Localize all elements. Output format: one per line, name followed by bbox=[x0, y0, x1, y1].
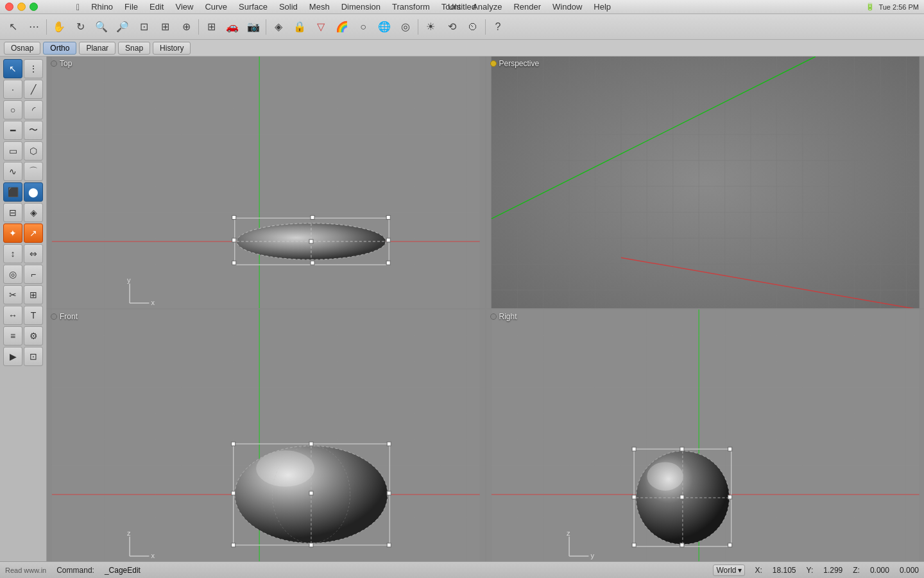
close-button[interactable] bbox=[5, 3, 13, 11]
viewport-front[interactable]: x z Front bbox=[47, 310, 485, 561]
fillet-btn[interactable]: ⌐ bbox=[24, 265, 43, 284]
subd-btn[interactable]: ◈ bbox=[24, 203, 43, 222]
color-wheel[interactable]: 🌈 bbox=[332, 17, 352, 37]
solid-box-btn[interactable]: ⬛ bbox=[3, 182, 22, 202]
help-icon[interactable]: ? bbox=[488, 17, 508, 37]
svg-rect-39 bbox=[232, 238, 236, 242]
viewport-perspective[interactable]: Z Y X Perspective bbox=[486, 57, 925, 308]
point-btn[interactable]: · bbox=[3, 80, 22, 99]
gumball-btn[interactable]: ✦ bbox=[3, 223, 22, 243]
read-text: Read www.in bbox=[5, 566, 46, 574]
select-tool[interactable]: ↖ bbox=[3, 17, 23, 37]
polyline-btn[interactable]: ╱ bbox=[24, 80, 43, 99]
scale-btn[interactable]: ⇔ bbox=[24, 244, 43, 263]
viewport-perspective-label: Perspective bbox=[490, 59, 540, 68]
rectangle-btn[interactable]: ▭ bbox=[3, 141, 22, 161]
freeform-btn[interactable]: 〜 bbox=[24, 121, 43, 140]
svg-rect-38 bbox=[386, 261, 390, 265]
dotted-select[interactable]: ⋯ bbox=[24, 17, 44, 37]
svg-rect-41 bbox=[309, 240, 313, 243]
text-btn[interactable]: T bbox=[24, 306, 43, 325]
menu-view[interactable]: View bbox=[170, 1, 198, 13]
render-mode[interactable]: ◈ bbox=[268, 17, 289, 37]
svg-rect-172 bbox=[387, 491, 391, 495]
snap-button[interactable]: Snap bbox=[118, 42, 150, 55]
snap-tools-btn[interactable]: ⊡ bbox=[24, 347, 43, 366]
world-label: World bbox=[716, 566, 736, 575]
world-selector[interactable]: World ▾ bbox=[713, 565, 744, 576]
zoom-selected[interactable]: ⊕ bbox=[176, 17, 196, 37]
select-objects-btn[interactable]: ↖ bbox=[3, 59, 22, 78]
svg-rect-34 bbox=[311, 216, 314, 220]
transform2-btn[interactable]: ↗ bbox=[24, 223, 43, 243]
polygon-btn[interactable]: ⬡ bbox=[24, 141, 43, 161]
blend-btn[interactable]: ⌒ bbox=[24, 162, 43, 181]
window-title: Untitled bbox=[448, 2, 476, 12]
x-coord-label: X: bbox=[755, 566, 762, 575]
zoom-extent[interactable]: ⊞ bbox=[155, 17, 175, 37]
menu-rhino[interactable]: Rhino bbox=[86, 1, 118, 13]
zoom-out[interactable]: 🔎 bbox=[112, 17, 133, 37]
menu-solid[interactable]: Solid bbox=[274, 1, 303, 13]
menu-mesh[interactable]: Mesh bbox=[304, 1, 335, 13]
ortho-button[interactable]: Ortho bbox=[43, 42, 76, 55]
menu-file[interactable]: File bbox=[119, 1, 143, 13]
viewport-right[interactable]: y z Right bbox=[486, 310, 925, 561]
menu-window[interactable]: Window bbox=[547, 1, 587, 13]
statusbar: Read www.in Command: _CageEdit World ▾ X… bbox=[0, 561, 924, 578]
menu-transform[interactable]: Transform bbox=[387, 1, 435, 13]
svg-rect-171 bbox=[232, 491, 235, 495]
menu-dimension[interactable]: Dimension bbox=[336, 1, 386, 13]
pan-tool[interactable]: ✋ bbox=[49, 17, 69, 37]
properties-btn[interactable]: ⚙ bbox=[24, 326, 43, 346]
history-button[interactable]: History bbox=[153, 42, 191, 55]
line-btn[interactable]: ━ bbox=[3, 121, 22, 140]
apple-logo[interactable]:  bbox=[76, 2, 80, 12]
boolean-btn[interactable]: ◎ bbox=[3, 265, 22, 284]
svg-rect-36 bbox=[232, 261, 236, 265]
svg-rect-174 bbox=[309, 543, 313, 547]
curve-btn[interactable]: ∿ bbox=[3, 162, 22, 181]
globe-icon[interactable]: 🌐 bbox=[374, 17, 395, 37]
mesh-btn[interactable]: ⊟ bbox=[3, 203, 22, 222]
layer-btn[interactable]: ≡ bbox=[3, 326, 22, 346]
offset-btn[interactable]: ⊞ bbox=[24, 285, 43, 304]
history-icon[interactable]: ⏲ bbox=[463, 17, 483, 37]
rotate-view[interactable]: ↻ bbox=[70, 17, 90, 37]
sun-icon[interactable]: ☀ bbox=[420, 17, 441, 37]
menu-curve[interactable]: Curve bbox=[200, 1, 232, 13]
zoom-window[interactable]: ⊡ bbox=[133, 17, 154, 37]
render-btn[interactable]: ▶ bbox=[3, 347, 22, 366]
material-icon[interactable]: ◎ bbox=[395, 17, 416, 37]
solid-sphere-btn[interactable]: ⬤ bbox=[24, 182, 43, 202]
menu-edit[interactable]: Edit bbox=[144, 1, 169, 13]
menu-help[interactable]: Help bbox=[588, 1, 616, 13]
menu-render[interactable]: Render bbox=[508, 1, 546, 13]
grid-toggle[interactable]: ⊞ bbox=[201, 17, 221, 37]
lock-icon[interactable]: 🔒 bbox=[289, 17, 310, 37]
trim-btn[interactable]: ✂ bbox=[3, 285, 22, 304]
viewport-top[interactable]: x y Top bbox=[47, 57, 485, 308]
transform-icon[interactable]: ⟲ bbox=[441, 17, 462, 37]
move-btn[interactable]: ↕ bbox=[3, 244, 22, 263]
car-icon[interactable]: 🚗 bbox=[222, 17, 243, 37]
minimize-button[interactable] bbox=[17, 3, 26, 11]
circle-btn[interactable]: ○ bbox=[3, 100, 22, 119]
cone-icon[interactable]: ▽ bbox=[311, 17, 331, 37]
dimension-btn[interactable]: ↔ bbox=[3, 306, 22, 325]
y-coord-label: Y: bbox=[807, 566, 814, 575]
camera-icon[interactable]: 📷 bbox=[243, 17, 264, 37]
svg-rect-35 bbox=[386, 216, 390, 220]
zoom-in[interactable]: 🔍 bbox=[91, 17, 112, 37]
arc-btn[interactable]: ◜ bbox=[24, 100, 43, 119]
sphere-icon[interactable]: ○ bbox=[353, 17, 373, 37]
svg-text:z: z bbox=[567, 529, 570, 537]
svg-rect-33 bbox=[232, 216, 236, 220]
maximize-button[interactable] bbox=[30, 3, 38, 11]
viewport-right-name: Right bbox=[499, 312, 517, 321]
select-options-btn[interactable]: ⋮ bbox=[24, 59, 43, 78]
menu-surface[interactable]: Surface bbox=[234, 1, 273, 13]
osnap-button[interactable]: Osnap bbox=[4, 42, 40, 55]
planar-button[interactable]: Planar bbox=[79, 42, 116, 55]
world-dropdown-icon[interactable]: ▾ bbox=[738, 566, 742, 575]
